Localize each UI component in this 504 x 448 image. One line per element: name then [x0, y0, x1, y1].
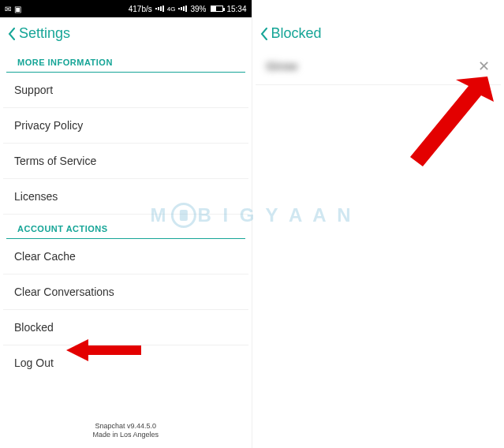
- location-label: Made in Los Angeles: [0, 431, 252, 440]
- row-log-out[interactable]: Log Out: [3, 345, 248, 380]
- row-clear-conversations[interactable]: Clear Conversations: [3, 274, 248, 310]
- row-label: Clear Conversations: [14, 286, 114, 298]
- battery-icon: [209, 6, 223, 12]
- row-label: Privacy Policy: [14, 119, 83, 132]
- blocked-title: Blocked: [271, 25, 322, 42]
- row-support[interactable]: Support: [3, 73, 248, 108]
- sim1-icon: [155, 6, 164, 12]
- section-more-information: MORE INFORMATION: [6, 48, 245, 73]
- unblock-icon[interactable]: ✕: [478, 59, 490, 73]
- version-label: Snapchat v9.44.5.0: [0, 422, 252, 431]
- row-label: Licenses: [14, 190, 58, 203]
- net-speed: 417b/s: [129, 5, 152, 13]
- blocked-header[interactable]: Blocked: [252, 17, 505, 48]
- row-label: Blocked: [14, 321, 54, 334]
- status-bar: ✉ ▣ 417b/s 4G 39% 15:34: [0, 0, 252, 17]
- row-clear-cache[interactable]: Clear Cache: [3, 239, 248, 274]
- row-label: Clear Cache: [14, 250, 76, 263]
- settings-header[interactable]: Settings: [0, 17, 252, 48]
- battery-percent: 39%: [190, 5, 206, 13]
- image-icon: ▣: [14, 5, 21, 13]
- row-blocked[interactable]: Blocked: [3, 310, 248, 345]
- back-icon[interactable]: [8, 28, 16, 40]
- row-label: Support: [14, 84, 53, 96]
- back-icon[interactable]: [260, 28, 268, 40]
- row-privacy-policy[interactable]: Privacy Policy: [3, 108, 248, 144]
- net-type: 4G: [167, 6, 176, 13]
- settings-title: Settings: [19, 25, 70, 42]
- row-terms-of-service[interactable]: Terms of Service: [3, 144, 248, 179]
- row-label: Terms of Service: [14, 155, 96, 167]
- row-licenses[interactable]: Licenses: [3, 179, 248, 215]
- section-account-actions: ACCOUNT ACTIONS: [6, 215, 245, 239]
- footer: Snapchat v9.44.5.0 Made in Los Angeles: [0, 416, 252, 448]
- sim2-icon: [178, 6, 187, 12]
- blocked-user-name: Girow: [267, 60, 298, 73]
- clock: 15:34: [226, 5, 246, 13]
- blocked-user-row: Girow ✕: [256, 48, 502, 85]
- row-label: Log Out: [14, 357, 54, 369]
- mail-icon: ✉: [5, 5, 11, 13]
